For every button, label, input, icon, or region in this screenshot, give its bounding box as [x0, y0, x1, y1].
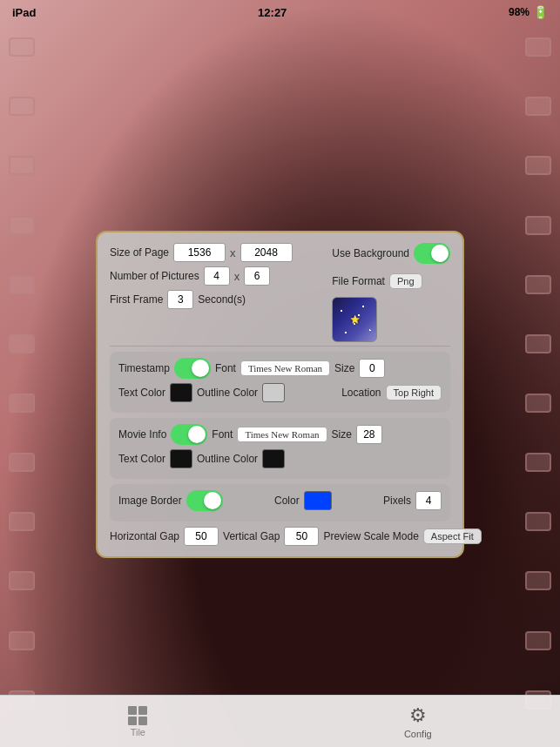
file-format-row: File Format Png [332, 273, 422, 289]
num-cols-input[interactable] [204, 266, 230, 286]
use-background-row: Use Background [332, 243, 450, 264]
config-panel: Size of Page x Number of Pictures x Firs… [96, 231, 464, 558]
vertical-gap-label: Vertical Gap [223, 530, 280, 542]
status-bar: iPad 12:27 98% 🔋 [0, 0, 560, 24]
image-border-toggle[interactable] [186, 490, 223, 511]
width-input[interactable] [173, 243, 226, 262]
text-color-label-mi: Text Color [118, 453, 165, 465]
num-rows-input[interactable] [244, 266, 270, 286]
color-label-ib: Color [274, 495, 300, 507]
font-label-mi: Font [212, 428, 233, 441]
text-color-label-ts: Text Color [118, 387, 165, 399]
use-background-toggle[interactable] [414, 243, 450, 264]
outline-color-label-mi: Outline Color [197, 453, 258, 465]
timestamp-font-button[interactable]: Times New Roman [240, 360, 330, 376]
preview-scale-button[interactable]: Aspect Fit [423, 528, 482, 544]
file-format-label: File Format [332, 275, 385, 287]
battery-area: 98% 🔋 [509, 5, 548, 19]
x-separator: x [230, 246, 236, 259]
pixels-label: Pixels [383, 495, 411, 507]
preview-scale-label: Preview Scale Mode [323, 530, 418, 542]
movie-info-section: Movie Info Font Times New Roman Size Tex… [110, 418, 450, 479]
location-label: Location [341, 387, 381, 399]
timestamp-row2: Text Color Outline Color Location Top Ri… [118, 383, 442, 402]
background-thumbnail[interactable]: ⭐ [332, 297, 377, 342]
movie-font-button[interactable]: Times New Roman [237, 427, 327, 442]
separator-1 [110, 346, 450, 347]
timestamp-section: Timestamp Font Times New Roman Size Text… [110, 352, 450, 413]
file-format-button[interactable]: Png [389, 273, 422, 289]
tile-tab-label: Tile [131, 727, 145, 737]
seconds-label: Second(s) [198, 293, 246, 306]
horizontal-gap-input[interactable] [184, 527, 219, 546]
height-input[interactable] [240, 243, 293, 262]
first-frame-row: First Frame Second(s) [110, 290, 323, 309]
battery-icon: 🔋 [533, 5, 548, 19]
vertical-gap-input[interactable] [284, 527, 319, 546]
timestamp-outline-color-swatch[interactable] [262, 383, 285, 402]
bottom-row: Horizontal Gap Vertical Gap Preview Scal… [110, 527, 450, 546]
timestamp-row1: Timestamp Font Times New Roman Size [118, 358, 442, 379]
size-of-page-label: Size of Page [110, 246, 169, 259]
movie-size-input[interactable] [356, 425, 382, 444]
outline-color-label-ts: Outline Color [197, 387, 258, 399]
horizontal-gap-label: Horizontal Gap [110, 530, 179, 542]
timestamp-text-color-swatch[interactable] [170, 383, 192, 402]
movie-outline-color-swatch[interactable] [262, 449, 285, 468]
x-separator2: x [234, 270, 240, 283]
battery-percent: 98% [509, 6, 530, 18]
movie-info-toggle[interactable] [171, 424, 207, 445]
image-border-section: Image Border Color Pixels [110, 484, 450, 522]
size-of-page-row: Size of Page x [110, 243, 323, 262]
movie-info-row1: Movie Info Font Times New Roman Size [118, 424, 442, 445]
movie-text-color-swatch[interactable] [170, 449, 192, 468]
config-tab-label: Config [404, 729, 432, 739]
use-background-label: Use Background [332, 247, 409, 259]
size-label-ts: Size [334, 362, 354, 374]
time-display: 12:27 [258, 6, 287, 19]
image-border-label: Image Border [118, 495, 182, 507]
location-button[interactable]: Top Right [386, 385, 442, 400]
font-label-ts: Font [215, 362, 236, 374]
first-frame-input[interactable] [167, 290, 193, 309]
image-border-row: Image Border Color Pixels [118, 490, 442, 511]
timestamp-label: Timestamp [118, 362, 170, 374]
timestamp-toggle[interactable] [174, 358, 211, 379]
num-pictures-label: Number of Pictures [110, 270, 199, 282]
movie-info-label: Movie Info [118, 428, 166, 441]
border-color-swatch[interactable] [304, 491, 332, 510]
film-holes-right [516, 0, 560, 747]
tab-tile[interactable]: Tile [111, 703, 165, 741]
film-holes-left [0, 0, 44, 747]
config-icon: ⚙ [409, 704, 427, 727]
timestamp-size-input[interactable] [359, 359, 385, 378]
tile-icon [128, 706, 147, 725]
tab-config[interactable]: ⚙ Config [387, 701, 449, 743]
device-label: iPad [12, 6, 36, 19]
size-label-mi: Size [332, 428, 352, 441]
pixels-input[interactable] [415, 491, 442, 510]
num-pictures-row: Number of Pictures x [110, 266, 323, 286]
movie-info-row2: Text Color Outline Color [118, 449, 442, 468]
first-frame-label: First Frame [110, 293, 163, 306]
tab-bar: Tile ⚙ Config [0, 695, 560, 747]
